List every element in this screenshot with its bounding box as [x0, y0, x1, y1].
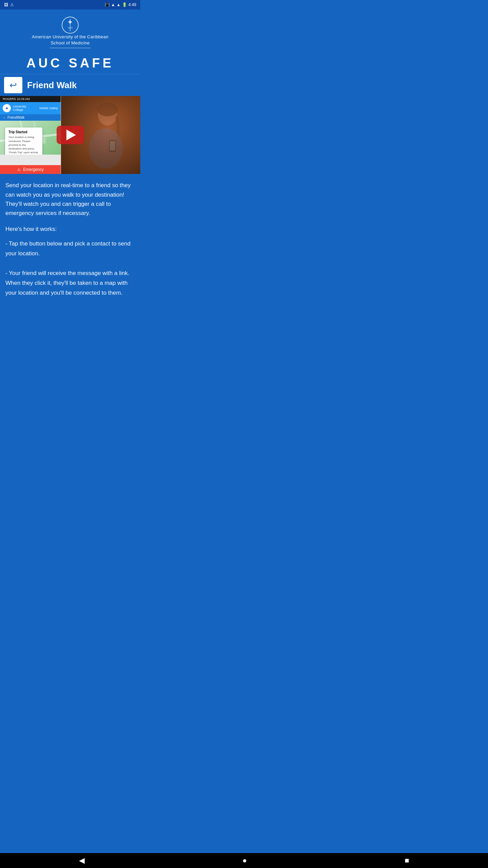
svg-rect-13 — [109, 140, 116, 152]
page-header: ↩ Friend Walk — [0, 74, 140, 96]
steps-text: - Tap the button below and pick a contac… — [5, 239, 135, 298]
page-title: Friend Walk — [27, 80, 77, 91]
divider — [50, 48, 90, 48]
emergency-bar: ⚠ Emergency — [0, 165, 61, 174]
trip-popup: Trip Started Your location is being moni… — [5, 127, 42, 155]
status-icons-right: 📳 ▲ ▲ 🔋 4:49 — [105, 2, 136, 7]
video-thumbnail: ROGERS 10:29 AM ✚ University College Mob… — [0, 96, 140, 174]
video-container[interactable]: ROGERS 10:29 AM ✚ University College Mob… — [0, 96, 140, 174]
status-bar: 🖼 ⚠ 📳 ▲ ▲ 🔋 4:49 — [0, 0, 140, 9]
university-logo-small: ✚ — [3, 104, 11, 112]
vibrate-icon: 📳 — [105, 2, 110, 7]
back-icon-small: ← — [3, 116, 6, 119]
alert-icon: ⚠ — [10, 2, 14, 7]
how-it-works-label: Here's how it works: — [5, 224, 135, 234]
warning-icon: ⚠ — [17, 167, 21, 172]
description-text: Send your location in real-time to a fri… — [5, 181, 135, 218]
map-area: Trip Started Your location is being moni… — [0, 121, 61, 155]
phone-status-bar: ROGERS 10:29 AM — [0, 96, 61, 102]
university-name: American University of the Caribbean Sch… — [32, 34, 108, 46]
back-button[interactable]: ↩ — [4, 77, 22, 93]
college-label: University College — [13, 105, 37, 112]
play-button[interactable] — [57, 126, 84, 144]
svg-point-11 — [97, 103, 118, 116]
content-area: Send your location in real-time to a fri… — [0, 174, 140, 308]
university-emblem: ✚ 1925 — [61, 16, 79, 34]
svg-point-12 — [89, 128, 123, 169]
mobile-safety-label: Mobile Safety — [39, 106, 58, 110]
time-display: 4:49 — [128, 2, 136, 7]
image-icon: 🖼 — [4, 2, 8, 7]
play-triangle-icon — [66, 130, 76, 140]
friend-walk-bar: ← FriendWalk — [0, 114, 61, 121]
app-header: ✚ 1925 American University of the Caribb… — [0, 9, 140, 74]
phone-title-bar: ✚ University College Mobile Safety — [0, 102, 61, 114]
trip-popup-text: Your location is being monitored. Please… — [8, 135, 39, 154]
trip-popup-title: Trip Started — [8, 130, 39, 134]
back-arrow-icon: ↩ — [9, 80, 17, 91]
battery-icon: 🔋 — [122, 2, 127, 7]
friend-walk-label: FriendWalk — [7, 116, 24, 119]
status-icons-left: 🖼 ⚠ — [4, 2, 14, 7]
mock-phone: ROGERS 10:29 AM ✚ University College Mob… — [0, 96, 61, 174]
logo-container: ✚ 1925 American University of the Caribb… — [32, 16, 108, 50]
app-title: AUC SAFE — [26, 56, 114, 71]
carrier-text: ROGERS 10:29 AM — [3, 97, 30, 101]
wifi-icon: ▲ — [111, 2, 115, 7]
svg-point-10 — [98, 104, 117, 125]
signal-icon: ▲ — [117, 2, 121, 7]
svg-rect-14 — [110, 141, 115, 151]
emergency-label: Emergency — [23, 167, 44, 172]
